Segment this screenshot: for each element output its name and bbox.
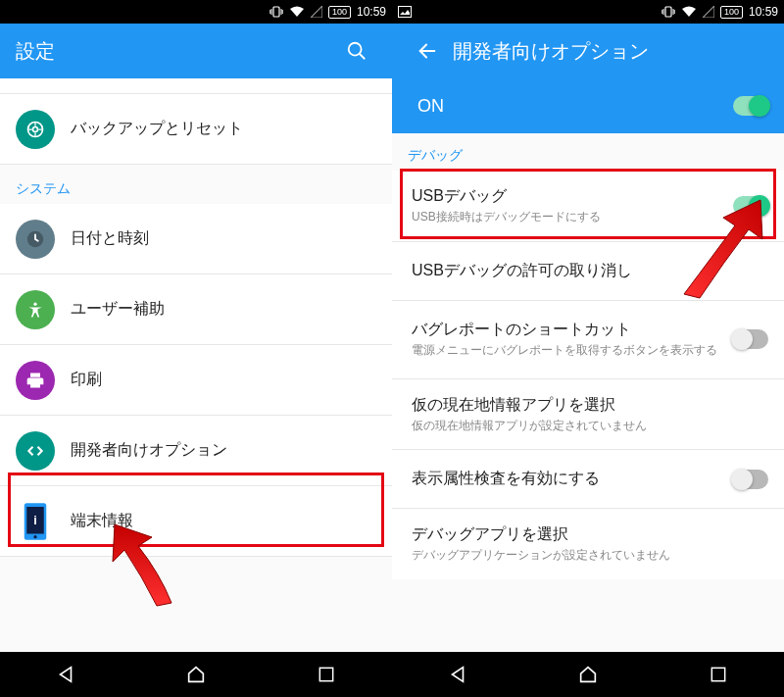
appbar-developer: 開発者向けオプション — [392, 24, 784, 78]
picture-icon — [398, 6, 412, 18]
svg-rect-13 — [712, 668, 725, 680]
page-title: 設定 — [16, 38, 337, 65]
option-usb-revoke[interactable]: USBデバッグの許可の取り消し — [392, 242, 784, 301]
option-view-attr[interactable]: 表示属性検査を有効にする — [392, 450, 784, 509]
svg-point-1 — [349, 43, 362, 56]
signal-icon — [311, 6, 322, 18]
option-mock-location[interactable]: 仮の現在地情報アプリを選択 仮の現在地情報アプリが設定されていません — [392, 379, 784, 451]
usb-debug-switch[interactable] — [733, 196, 768, 216]
status-time: 10:59 — [749, 5, 778, 19]
divider — [0, 78, 392, 94]
vibrate-icon — [662, 6, 675, 18]
print-icon — [16, 361, 55, 400]
back-button[interactable] — [408, 31, 447, 71]
nav-bar — [392, 652, 784, 697]
page-title: 開発者向けオプション — [453, 38, 768, 65]
battery-icon: 100 — [328, 6, 351, 19]
svg-point-8 — [33, 535, 36, 538]
nav-home[interactable] — [167, 657, 225, 692]
svg-rect-12 — [665, 7, 671, 17]
option-bug-report[interactable]: バグレポートのショートカット 電源メニューにバグレポートを取得するボタンを表示す… — [392, 301, 784, 379]
option-usb-debug[interactable]: USBデバッグ USB接続時はデバッグモードにする — [392, 171, 784, 242]
section-header-debug: デバッグ — [392, 141, 784, 171]
nav-recent[interactable] — [297, 657, 356, 692]
view-attr-switch[interactable] — [733, 470, 768, 489]
screen-settings: 100 10:59 設定 バックアップとリセット システム 日付 — [0, 0, 392, 697]
settings-item-developer[interactable]: 開発者向けオプション — [0, 416, 392, 486]
settings-item-about[interactable]: i 端末情報 — [0, 486, 392, 557]
backup-icon — [16, 110, 55, 149]
nav-back[interactable] — [36, 657, 95, 692]
accessibility-icon — [16, 290, 55, 329]
clock-icon — [16, 220, 55, 259]
signal-icon — [703, 6, 714, 18]
battery-icon: 100 — [720, 6, 743, 19]
svg-text:i: i — [33, 513, 36, 526]
svg-point-5 — [33, 302, 36, 305]
svg-rect-11 — [399, 7, 412, 18]
svg-point-3 — [33, 126, 38, 131]
status-bar: 100 10:59 — [392, 0, 784, 24]
status-time: 10:59 — [357, 5, 386, 19]
settings-item-accessibility[interactable]: ユーザー補助 — [0, 274, 392, 345]
option-debug-app[interactable]: デバッグアプリを選択 デバッグアプリケーションが設定されていません — [392, 509, 784, 579]
appbar-settings: 設定 — [0, 24, 392, 78]
about-icon: i — [16, 502, 55, 541]
settings-item-date[interactable]: 日付と時刻 — [0, 204, 392, 274]
svg-rect-10 — [320, 668, 333, 680]
nav-recent[interactable] — [689, 657, 748, 692]
section-header-system: システム — [0, 165, 392, 204]
settings-item-print[interactable]: 印刷 — [0, 345, 392, 416]
settings-item-backup[interactable]: バックアップとリセット — [0, 94, 392, 165]
bug-report-switch[interactable] — [733, 329, 768, 349]
master-switch[interactable] — [733, 96, 768, 116]
wifi-icon — [681, 6, 697, 18]
developer-icon — [16, 431, 55, 471]
master-toggle[interactable]: ON — [392, 78, 784, 133]
search-button[interactable] — [337, 31, 376, 71]
svg-rect-0 — [273, 7, 279, 17]
nav-back[interactable] — [428, 657, 487, 692]
wifi-icon — [289, 6, 305, 18]
nav-home[interactable] — [559, 657, 617, 692]
vibrate-icon — [270, 6, 283, 18]
nav-bar — [0, 652, 392, 697]
status-bar: 100 10:59 — [0, 0, 392, 24]
screen-developer-options: 100 10:59 開発者向けオプション ON デバッグ USBデバッグ USB… — [392, 0, 784, 697]
